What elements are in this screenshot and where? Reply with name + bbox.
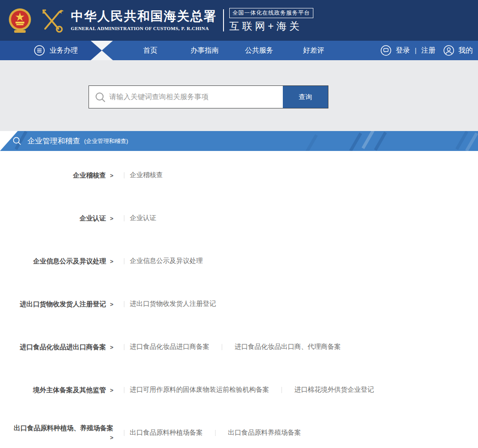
category-list: 企业稽核查>企业稽核查企业认证>企业认证企业信息公示及异议处理>企业信息公示及异… [0, 151, 478, 448]
category-row: 企业稽核查>企业稽核查 [0, 154, 478, 197]
category-banner: 企业管理和稽查 (企业管理和稽查) [0, 131, 478, 151]
site-header: 中华人民共和国海关总署 GENERAL ADMINISTRATION OF CU… [0, 0, 478, 41]
chevron-right-icon: > [0, 433, 113, 443]
login-link[interactable]: 登录 [396, 46, 410, 55]
link-divider [124, 258, 124, 264]
category-links: 企业认证 [119, 214, 156, 222]
service-link[interactable]: 出口食品原料种植场备案 [130, 429, 203, 437]
category-row: 出口食品原料种植场、养殖场备案>出口食品原料种植场备案出口食品原料养殖场备案 [0, 411, 478, 448]
link-divider [124, 344, 124, 350]
category-label[interactable]: 企业信息公示及异议处理> [0, 256, 119, 266]
category-row: 境外主体备案及其他监管>进口可用作原料的固体废物装运前检验机构备案进口棉花境外供… [0, 368, 478, 411]
platform-block: 全国一体化在线政务服务平台 互联网+海关 [229, 8, 313, 33]
category-label[interactable]: 进出口货物收发货人注册登记> [0, 299, 119, 309]
link-divider [124, 387, 124, 393]
business-menu-button[interactable]: 业务办理 [0, 41, 91, 60]
link-divider [124, 430, 124, 436]
category-row: 进口食品化妆品进出口商备案>进口食品化妆品进口商备案进口食品化妆品出口商、代理商… [0, 325, 478, 368]
category-links: 出口食品原料种植场备案出口食品原料养殖场备案 [119, 429, 301, 437]
link-divider [215, 430, 216, 436]
customs-key-logo-icon [39, 7, 65, 34]
business-menu-label: 业务办理 [50, 46, 78, 55]
site-title-cn: 中华人民共和国海关总署 [71, 10, 217, 23]
service-link[interactable]: 企业认证 [130, 214, 156, 222]
service-link[interactable]: 进口食品化妆品出口商、代理商备案 [235, 343, 341, 351]
category-links: 进口食品化妆品进口商备案进口食品化妆品出口商、代理商备案 [119, 343, 341, 351]
category-label-text: 进出口货物收发货人注册登记 [19, 300, 106, 308]
platform-badge: 全国一体化在线政务服务平台 [229, 8, 313, 18]
search-section: 查询 [0, 60, 478, 131]
link-divider [281, 387, 282, 393]
account-area: 登录 | 注册 我的 [380, 41, 478, 60]
header-divider [223, 9, 224, 31]
category-links: 进口可用作原料的固体废物装运前检验机构备案进口棉花境外供货企业登记 [119, 386, 374, 394]
message-bubble-icon[interactable] [380, 45, 392, 56]
search-input[interactable] [89, 86, 283, 108]
category-label-text: 企业稽核查 [73, 171, 106, 179]
category-label-text: 企业认证 [79, 214, 106, 222]
category-links: 企业稽核查 [119, 171, 163, 179]
user-avatar-icon[interactable] [443, 45, 455, 56]
nav-item-1[interactable]: 办事指南 [177, 46, 232, 55]
category-links: 企业信息公示及异议处理 [119, 257, 203, 265]
login-register-separator: | [415, 47, 416, 54]
link-divider [124, 215, 124, 221]
service-link[interactable]: 企业信息公示及异议处理 [130, 257, 203, 265]
link-divider [124, 301, 124, 307]
service-link[interactable]: 企业稽核查 [130, 171, 163, 179]
chevron-right-icon: > [110, 301, 113, 308]
chevron-right-icon: > [110, 344, 113, 351]
my-account-link[interactable]: 我的 [459, 46, 473, 55]
main-navbar: 业务办理 首页办事指南公共服务好差评 登录 | 注册 我的 [0, 41, 478, 60]
category-row: 企业信息公示及异议处理>企业信息公示及异议处理 [0, 239, 478, 282]
category-label-text: 进口食品化妆品进出口商备案 [19, 343, 106, 351]
banner-title: 企业管理和稽查 [27, 136, 80, 146]
banner-subtitle: (企业管理和稽查) [84, 137, 128, 145]
service-link[interactable]: 进口棉花境外供货企业登记 [294, 386, 374, 394]
nav-item-3[interactable]: 好差评 [286, 46, 341, 55]
category-label[interactable]: 境外主体备案及其他监管> [0, 385, 119, 395]
service-link[interactable]: 进口可用作原料的固体废物装运前检验机构备案 [130, 386, 269, 394]
category-label[interactable]: 企业稽核查> [0, 170, 119, 181]
category-row: 进出口货物收发货人注册登记>进出口货物收发货人注册登记 [0, 282, 478, 325]
category-label-text: 出口食品原料种植场、养殖场备案 [14, 424, 113, 432]
link-divider [124, 172, 124, 178]
register-link[interactable]: 注册 [421, 46, 436, 55]
category-label-text: 境外主体备案及其他监管 [33, 386, 106, 394]
category-links: 进出口货物收发货人注册登记 [119, 300, 216, 308]
category-label[interactable]: 进口食品化妆品进出口商备案> [0, 342, 119, 352]
category-label-text: 企业信息公示及异议处理 [33, 257, 106, 265]
platform-name: 互联网+海关 [229, 19, 313, 33]
service-link[interactable]: 出口食品原料养殖场备案 [228, 429, 301, 437]
search-icon [95, 92, 106, 103]
category-row: 企业认证>企业认证 [0, 197, 478, 239]
nav-item-2[interactable]: 公共服务 [232, 46, 286, 55]
nav-pointer-decoration [91, 41, 113, 60]
chevron-right-icon: > [110, 215, 113, 222]
hamburger-menu-icon [34, 45, 45, 56]
national-emblem-icon [8, 7, 32, 34]
search-button[interactable]: 查询 [283, 86, 328, 108]
chevron-right-icon: > [110, 258, 113, 265]
chevron-right-icon: > [110, 172, 113, 179]
search-box: 查询 [89, 85, 328, 108]
site-title-en: GENERAL ADMINISTRATION OF CUSTOMS, P. R.… [71, 26, 217, 31]
category-label[interactable]: 企业认证> [0, 213, 119, 224]
site-title-block: 中华人民共和国海关总署 GENERAL ADMINISTRATION OF CU… [71, 10, 217, 31]
category-label[interactable]: 出口食品原料种植场、养殖场备案> [0, 423, 119, 443]
nav-items: 首页办事指南公共服务好差评 [123, 41, 341, 60]
banner-search-icon [12, 136, 22, 146]
link-divider [222, 344, 222, 350]
service-link[interactable]: 进口食品化妆品进口商备案 [130, 343, 209, 351]
service-link[interactable]: 进出口货物收发货人注册登记 [130, 300, 216, 308]
nav-item-0[interactable]: 首页 [123, 46, 177, 55]
chevron-right-icon: > [110, 387, 113, 394]
